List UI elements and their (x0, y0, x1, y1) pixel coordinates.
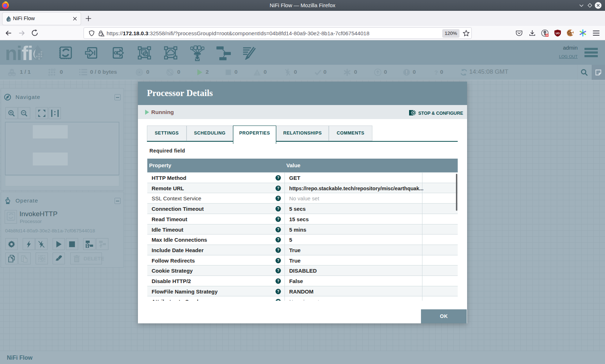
svg-text:?: ? (434, 69, 438, 76)
svg-text:UO: UO (556, 32, 560, 35)
